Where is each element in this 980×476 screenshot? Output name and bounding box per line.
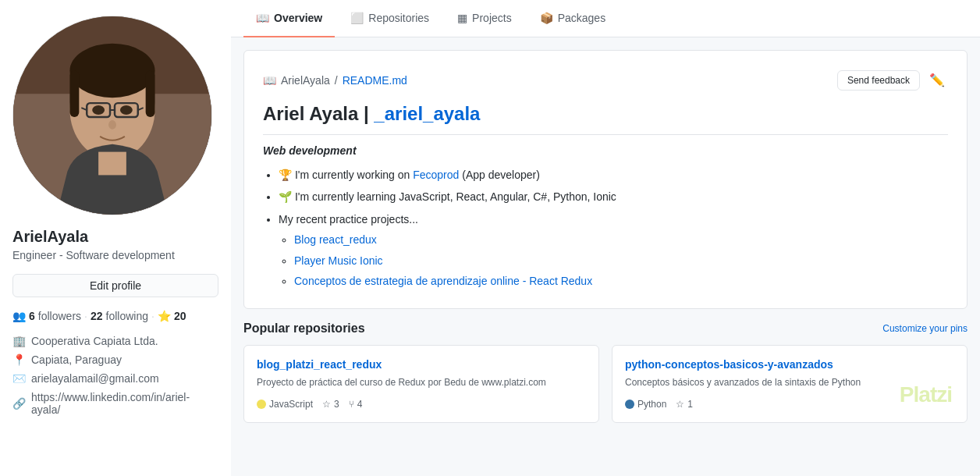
popular-repos-section: Popular repositories Customize your pins… [243, 321, 968, 423]
profile-email: ✉️ arielayalamail@gmail.com [12, 372, 218, 385]
stats-row: 👥 6 followers · 22 following · ⭐ 20 [12, 310, 218, 322]
repo-1-name[interactable]: blog_platzi_react_redux [257, 358, 586, 371]
readme-bullet-3: My recent practice projects... Blog reac… [279, 211, 948, 290]
repo-2-name[interactable]: python-conceptos-basicos-y-avanzados [625, 358, 954, 371]
repo-1-lang-dot [257, 400, 266, 409]
profile-location: 📍 Capiata, Paraguay [12, 353, 218, 366]
repo-2-language: Python [625, 399, 666, 410]
svg-point-12 [120, 105, 133, 115]
bullet1-suffix: (App developer) [459, 169, 540, 181]
company-text: Cooperativa Capiata Ltda. [31, 335, 158, 347]
location-text: Capiata, Paraguay [31, 353, 122, 366]
avatar-image [13, 16, 211, 215]
location-icon: 📍 [12, 353, 25, 366]
repo-1-stars: ☆ 3 [322, 399, 339, 410]
sublink-1: Blog react_redux [294, 231, 948, 248]
blog-redux-link[interactable]: Blog react_redux [294, 233, 377, 246]
tab-repositories[interactable]: ⬜ Repositories [338, 0, 442, 37]
followers-count[interactable]: 6 [29, 310, 35, 322]
emoji-badge: 😊 [180, 183, 205, 208]
email-icon: ✉️ [12, 372, 25, 385]
sidebar-bio: Engineer - Software development [12, 249, 218, 261]
tab-overview-label: Overview [274, 12, 322, 24]
readme-bullets: 🏆 I'm currently working on Fecoprod (App… [263, 166, 948, 290]
content-area: 📖 ArielAyala / README.md Send feedback ✏… [231, 37, 980, 435]
tab-packages-label: Packages [558, 12, 605, 24]
projects-icon: ▦ [457, 12, 467, 24]
tab-repositories-label: Repositories [368, 12, 429, 24]
sublink-3: Conceptos de estrategia de aprendizaje o… [294, 272, 948, 290]
repo-1-forks: ⑂ 4 [349, 399, 363, 410]
bullet3-text: My recent practice projects... [279, 213, 418, 226]
repo-1-lang-label: JavaScript [269, 399, 313, 410]
overview-icon: 📖 [256, 12, 269, 24]
profile-info-list: 🏢 Cooperativa Capiata Ltda. 📍 Capiata, P… [12, 335, 218, 416]
readme-bullet-1: 🏆 I'm currently working on Fecoprod (App… [279, 166, 948, 183]
readme-sublist: Blog react_redux Player Music Ionic Conc… [279, 231, 948, 290]
tab-packages[interactable]: 📦 Packages [527, 0, 618, 37]
repo-1-language: JavaScript [257, 399, 313, 410]
followers-label: followers [38, 310, 81, 322]
readme-title: Ariel Ayala | _ariel_ayala [263, 103, 948, 135]
edit-profile-button[interactable]: Edit profile [12, 274, 218, 297]
email-text: arielayalamail@gmail.com [31, 372, 159, 385]
player-music-link[interactable]: Player Music Ionic [294, 254, 383, 267]
profile-linkedin: 🔗 https://www.linkedin.com/in/ariel-ayal… [12, 391, 218, 416]
star-icon-2: ☆ [676, 399, 684, 410]
tab-projects[interactable]: ▦ Projects [445, 0, 524, 37]
send-feedback-button[interactable]: Send feedback [837, 70, 920, 91]
readme-card: 📖 ArielAyala / README.md Send feedback ✏… [243, 50, 968, 309]
readme-title-link[interactable]: _ariel_ayala [374, 103, 480, 124]
svg-rect-4 [69, 70, 79, 117]
following-count[interactable]: 22 [91, 310, 103, 322]
svg-rect-5 [146, 70, 155, 117]
repo-2-star-count: 1 [687, 399, 693, 410]
readme-bullet-2: 🌱 I'm currently learning JavaScript, Rea… [279, 188, 948, 205]
section-header: Popular repositories Customize your pins [243, 321, 968, 336]
company-icon: 🏢 [12, 335, 25, 347]
packages-icon: 📦 [540, 12, 553, 24]
tab-overview[interactable]: 📖 Overview [243, 0, 335, 37]
repo-2-lang-label: Python [637, 399, 666, 410]
repo-1-fork-count: 4 [357, 399, 363, 410]
avatar-container: 😊 [12, 16, 212, 215]
edit-readme-button[interactable]: ✏️ [926, 69, 948, 91]
popular-repos-title: Popular repositories [243, 321, 365, 336]
repo-icon: ⬜ [350, 12, 364, 24]
svg-point-11 [92, 105, 105, 115]
linkedin-text: https://www.linkedin.com/in/ariel-ayala/ [31, 391, 218, 416]
link-icon: 🔗 [12, 397, 25, 410]
top-nav: 📖 Overview ⬜ Repositories ▦ Projects 📦 P… [231, 0, 980, 37]
main-content: 📖 Overview ⬜ Repositories ▦ Projects 📦 P… [231, 0, 980, 476]
repo-card-1: blog_platzi_react_redux Proyecto de prác… [243, 345, 599, 423]
book-icon: 📖 [263, 74, 276, 87]
fork-icon-1: ⑂ [349, 399, 354, 410]
sidebar: 😊 ArielAyala Engineer - Software develop… [0, 0, 231, 476]
people-icon: 👥 [12, 310, 26, 322]
repo-2-stars: ☆ 1 [676, 399, 693, 410]
repo-1-meta: JavaScript ☆ 3 ⑂ 4 [257, 399, 586, 410]
customize-pins-link[interactable]: Customize your pins [882, 323, 968, 334]
stars-count[interactable]: 20 [174, 310, 186, 322]
readme-separator: / [335, 74, 338, 87]
sublink-2: Player Music Ionic [294, 252, 948, 269]
star-icon-1: ☆ [322, 399, 331, 410]
readme-header: 📖 ArielAyala / README.md Send feedback ✏… [263, 69, 948, 91]
avatar: 😊 [13, 16, 211, 215]
readme-section-title: Web development [263, 144, 948, 157]
readme-username: ArielAyala [281, 74, 330, 87]
following-label: following [106, 310, 148, 322]
conceptos-link[interactable]: Conceptos de estrategia de aprendizaje o… [294, 275, 592, 287]
sidebar-username: ArielAyala [12, 228, 218, 246]
repo-1-star-count: 3 [334, 399, 339, 410]
platzi-watermark: Platzi [900, 382, 952, 407]
profile-company: 🏢 Cooperativa Capiata Ltda. [12, 335, 218, 347]
readme-actions: Send feedback ✏️ [837, 69, 948, 91]
repo-1-desc: Proyecto de práctica del curso de Redux … [257, 375, 586, 389]
repos-grid: blog_platzi_react_redux Proyecto de prác… [243, 345, 968, 423]
fecoprod-link[interactable]: Fecoprod [413, 169, 459, 181]
readme-file-link[interactable]: README.md [343, 74, 407, 87]
star-icon: ⭐ [158, 310, 171, 322]
readme-title-text: Ariel Ayala | [263, 103, 374, 124]
readme-path: 📖 ArielAyala / README.md [263, 74, 407, 87]
